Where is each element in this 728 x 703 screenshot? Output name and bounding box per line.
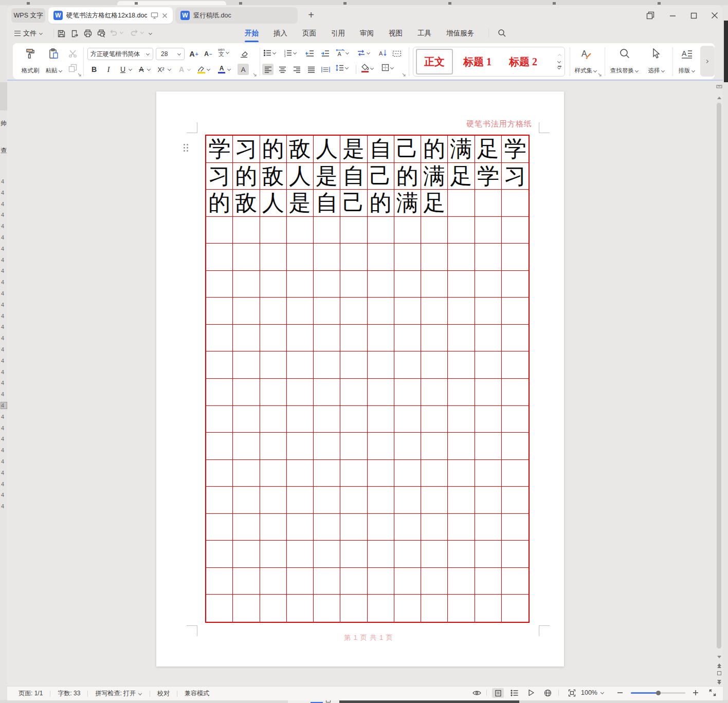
style-scroll-down-icon[interactable] [557,60,561,64]
grid-cell[interactable]: 学 [206,136,233,163]
styleset-dialog-launcher[interactable] [597,72,602,77]
grid-cell[interactable]: 自 [368,136,394,163]
grid-cell[interactable] [502,190,529,217]
grid-cell[interactable] [394,406,421,433]
grid-cell[interactable] [314,271,340,298]
tab-monitor-icon[interactable] [151,12,158,19]
grid-cell[interactable] [287,568,314,595]
grid-cell[interactable] [448,595,475,622]
grid-cell[interactable] [368,351,394,379]
grid-cell[interactable] [206,217,233,244]
decrease-indent-icon[interactable] [304,49,315,58]
grid-cell[interactable] [206,406,233,433]
grid-cell[interactable] [368,514,394,541]
grid-cell[interactable] [502,351,529,379]
grid-cell[interactable] [368,325,394,352]
italic-button[interactable]: I [103,64,114,75]
next-page-icon[interactable] [716,678,723,686]
grid-cell[interactable] [340,351,367,379]
menu-tab-开始[interactable]: 开始 [244,27,260,40]
grid-cell[interactable] [206,351,233,379]
grid-cell[interactable] [394,325,421,352]
grid-cell[interactable] [314,298,340,325]
minimize-button[interactable] [667,10,678,21]
grid-cell[interactable] [314,541,340,568]
align-right-button[interactable] [291,64,302,75]
grid-cell[interactable] [314,325,340,352]
grid-cell[interactable]: 的 [206,190,233,217]
grid-cell[interactable] [260,217,287,244]
grid-cell[interactable] [340,487,367,514]
increase-font-button[interactable]: A+ [188,48,199,60]
grid-cell[interactable] [287,541,314,568]
paste-button[interactable]: 粘贴 [43,46,65,76]
print-preview-icon[interactable] [96,28,107,39]
grid-cell[interactable] [287,379,314,406]
grid-cell[interactable]: 自 [340,163,367,190]
page-view-button[interactable] [492,688,504,698]
grid-cell[interactable] [287,487,314,514]
grid-cell[interactable] [421,298,448,325]
grid-cell[interactable] [233,541,260,568]
grid-cell[interactable] [287,406,314,433]
grid-cell[interactable] [233,351,260,379]
grid-cell[interactable] [448,460,475,487]
grid-cell[interactable]: 敌 [233,190,260,217]
browse-object-icon[interactable] [717,671,721,675]
grid-cell[interactable] [475,351,502,379]
quick-access-more-icon[interactable] [147,30,154,37]
zoom-slider-knob[interactable] [656,691,661,695]
grid-cell[interactable]: 人 [260,190,287,217]
grid-cell[interactable] [314,568,340,595]
grid-cell[interactable] [287,271,314,298]
grid-cell[interactable] [475,325,502,352]
grid-cell[interactable] [368,460,394,487]
grid-cell[interactable] [368,271,394,298]
web-view-icon[interactable] [542,689,553,697]
grid-cell[interactable] [475,514,502,541]
grid-cell[interactable]: 学 [502,136,529,163]
menu-tab-引用[interactable]: 引用 [330,27,346,40]
grid-cell[interactable] [448,406,475,433]
grid-cell[interactable] [502,541,529,568]
grid-cell[interactable]: 满 [448,136,475,163]
grid-cell[interactable] [475,217,502,244]
grid-cell[interactable] [340,406,367,433]
grid-cell[interactable] [502,568,529,595]
grid-cell[interactable] [448,298,475,325]
grid-cell[interactable] [314,433,340,460]
superscript-button[interactable]: X² [154,64,172,75]
grid-cell[interactable] [421,271,448,298]
grid-cell[interactable] [448,379,475,406]
grid-cell[interactable] [287,298,314,325]
grid-cell[interactable] [475,433,502,460]
grid-cell[interactable] [394,298,421,325]
grid-cell[interactable] [394,351,421,379]
grid-cell[interactable] [340,379,367,406]
copy-icon[interactable] [67,63,78,73]
grid-cell[interactable] [260,487,287,514]
grid-cell[interactable] [340,298,367,325]
grid-cell[interactable] [287,433,314,460]
sort-icon[interactable]: A [377,48,389,58]
grid-cell[interactable]: 己 [394,136,421,163]
select-button[interactable]: 选择 [644,46,669,76]
formatting-marks-icon[interactable] [392,49,402,58]
grid-cell[interactable] [368,541,394,568]
bold-button[interactable]: B [88,64,100,75]
grid-cell[interactable] [368,595,394,622]
grid-cell[interactable] [368,244,394,271]
grid-cell[interactable] [394,379,421,406]
grid-cell[interactable] [206,433,233,460]
word-count[interactable]: 字数: 33 [58,689,80,698]
grid-cell[interactable] [502,298,529,325]
grid-cell[interactable] [206,379,233,406]
grid-cell[interactable] [421,406,448,433]
grid-cell[interactable] [475,460,502,487]
grid-cell[interactable] [475,487,502,514]
justify-button[interactable] [305,64,317,75]
grid-cell[interactable] [448,541,475,568]
grid-cell[interactable] [340,514,367,541]
print-icon[interactable] [82,28,94,39]
calligraphy-grid[interactable]: 学习的敌人是自己的满足学习的敌人是自己的满足学习的敌人是自己的满足 [205,135,530,623]
